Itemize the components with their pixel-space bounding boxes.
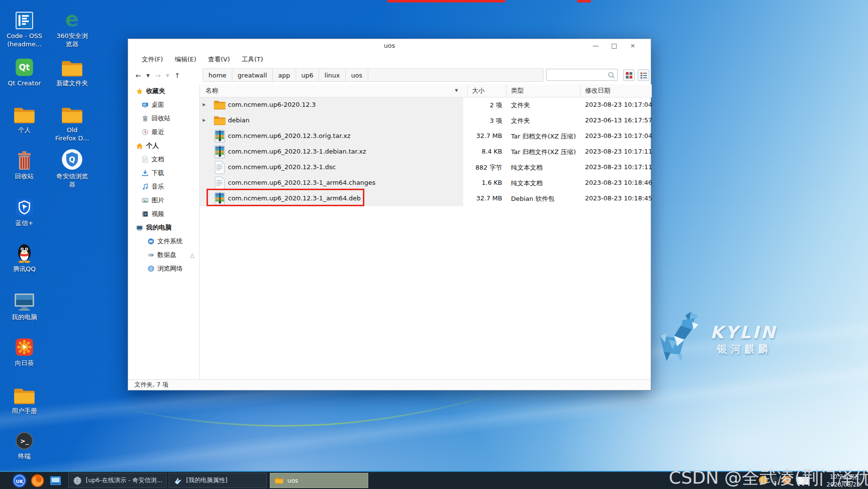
sidebar-item-桌面[interactable]: 桌面: [128, 98, 199, 112]
sidebar-group-label: 个人: [146, 141, 159, 150]
maximize-button[interactable]: □: [605, 39, 623, 52]
desktop-icon-蓝信+[interactable]: 蓝信+: [1, 195, 48, 227]
menu-文件F[interactable]: 文件(F): [136, 54, 169, 65]
file-row-com.ncmem.up6_2020.12.3-1.debian.tar.xz[interactable]: com.ncmem.up6_2020.12.3-1.debian.tar.xz8…: [200, 144, 652, 159]
desktop-icon-qt-creator[interactable]: QtQt Creator: [1, 55, 48, 87]
file-size: 1.6 KB: [414, 179, 502, 186]
clock[interactable]: 10:24 周三 2023/08/23: [821, 473, 860, 489]
picmini-icon: [142, 197, 149, 204]
sidebar-item-音乐[interactable]: 音乐: [128, 180, 199, 194]
sidebar-item-label: 数据盘: [157, 251, 176, 259]
sidebar-item-下载[interactable]: 下载: [128, 166, 199, 180]
task-button-label: uos: [287, 477, 298, 484]
breadcrumb-segment-app[interactable]: app: [273, 69, 296, 81]
eject-icon[interactable]: △: [190, 252, 194, 258]
desktop-icon-old[interactable]: OldFirefox D...: [49, 102, 95, 142]
forward-history-button[interactable]: ▼: [164, 70, 171, 81]
task-button-[up6-在线演示 - 奇安信浏...[interactable]: [up6-在线演示 - 奇安信浏...: [68, 473, 167, 488]
computer-icon: [13, 292, 36, 312]
sidebar-item-文档[interactable]: 文档: [128, 153, 199, 166]
desktop-icon-360安全浏[interactable]: e360安全浏览器: [49, 8, 95, 48]
desktop-icon-我的电脑[interactable]: 我的电脑: [1, 289, 48, 321]
desktop-icon-label: 新建文件夹: [49, 79, 95, 87]
file-row-com.ncmem.up6_2020.12.3.orig.tar.xz[interactable]: com.ncmem.up6_2020.12.3.orig.tar.xz32.7 …: [200, 128, 652, 144]
expand-arrow-icon[interactable]: ▶: [203, 102, 206, 107]
sidebar-item-回收站[interactable]: 回收站: [128, 112, 199, 125]
back-history-button[interactable]: ▼: [145, 70, 151, 81]
breadcrumb-segment-home[interactable]: home: [203, 69, 232, 81]
desktop-icon-终端[interactable]: >_终端: [1, 428, 48, 460]
qq-icon: [15, 242, 34, 263]
desktop-icon-用户手册[interactable]: 用户手册: [1, 383, 48, 415]
window-titlebar[interactable]: uos — □ ×: [128, 39, 651, 52]
breadcrumb-segment-linux[interactable]: linux: [319, 69, 345, 81]
menu-编辑E[interactable]: 编辑(E): [169, 54, 202, 65]
list-view-icon: [640, 72, 647, 79]
sidebar-item-label: 下载: [151, 169, 164, 177]
sidebar-item-浏览网络[interactable]: 浏览网络: [128, 262, 199, 275]
kylin-logo-subtext: 银河麒麟: [717, 342, 772, 356]
breadcrumb-segment-uos[interactable]: uos: [346, 69, 368, 81]
svg-text:>_: >_: [20, 437, 29, 445]
search-input[interactable]: [548, 70, 608, 80]
column-header-type[interactable]: 类型: [506, 84, 524, 97]
list-view-button[interactable]: [638, 69, 649, 81]
close-button[interactable]: ×: [623, 39, 642, 52]
taskbar: UK [up6-在线演示 - 奇安信浏...[我的电脑属性]uos 10:24 …: [0, 471, 868, 489]
desktop-icon-回收站[interactable]: 回收站: [1, 148, 48, 180]
sidebar-group-我的电脑[interactable]: 我的电脑: [128, 221, 199, 235]
breadcrumb-segment-greatwall[interactable]: greatwall: [232, 69, 273, 81]
desktop-icon-向日葵[interactable]: 向日葵: [1, 335, 48, 367]
security-tray-icon[interactable]: [782, 476, 791, 485]
menu-工具T[interactable]: 工具(T): [236, 54, 269, 65]
folderfile-icon: [213, 99, 226, 110]
file-date: 2023-08-23 10:17:11: [585, 148, 652, 155]
file-date: 2023-08-23 10:18:46: [585, 179, 652, 186]
sidebar-item-视频[interactable]: 视频: [128, 207, 199, 221]
desktop-icon-code-oss[interactable]: Code - OSS(headme...: [1, 8, 48, 48]
desktop-icon-新建文件夹[interactable]: 新建文件夹: [49, 55, 95, 87]
task-button-[我的电脑属性][interactable]: [我的电脑属性]: [169, 473, 267, 488]
file-size: 882 字节: [414, 163, 502, 172]
desktop-icon-腾讯qq[interactable]: 腾讯QQ: [1, 241, 48, 273]
globe-icon: [73, 476, 82, 485]
breadcrumb-segment-up6[interactable]: up6: [296, 69, 320, 81]
task-button-label: [我的电脑属性]: [186, 476, 227, 485]
svg-text:UK: UK: [16, 479, 23, 484]
desktop-icon-奇安信浏览[interactable]: Q奇安信浏览器: [49, 148, 95, 189]
column-header-size[interactable]: 大小: [467, 84, 485, 97]
sidebar-group-收藏夹[interactable]: 收藏夹: [128, 84, 199, 98]
column-header-date[interactable]: 修改日期: [580, 84, 610, 97]
desktop-icon-个人[interactable]: 个人: [1, 102, 48, 134]
sidebar-item-文件系统[interactable]: 文件系统: [128, 235, 199, 248]
minimize-button[interactable]: —: [586, 39, 605, 52]
icon-view-button[interactable]: [623, 69, 635, 81]
up-button[interactable]: ↑: [172, 70, 183, 81]
task-button-uos[interactable]: uos: [270, 473, 368, 488]
file-name: com.ncmem.up6_2020.12.3.orig.tar.xz: [228, 132, 350, 139]
sunflower-tray-icon[interactable]: [759, 476, 768, 485]
column-header-name[interactable]: 名称: [206, 84, 218, 97]
show-desktop-button[interactable]: [861, 473, 866, 488]
launcher-fm[interactable]: [48, 473, 63, 488]
input-method-indicator[interactable]: [797, 477, 810, 485]
launcher-ukui[interactable]: UK: [12, 473, 27, 488]
sidebar-item-图片[interactable]: 图片: [128, 194, 199, 207]
file-row-com.ncmem.up6-2020.12.3[interactable]: ▶com.ncmem.up6-2020.12.32 项文件夹2023-08-23…: [200, 97, 652, 113]
expand-arrow-icon[interactable]: ▶: [203, 118, 206, 122]
sidebar-group-个人[interactable]: 个人: [128, 139, 199, 153]
trashmini-icon: [142, 115, 149, 122]
desktop: Code - OSS(headme...QtQt Creator个人回收站蓝信+…: [0, 0, 868, 489]
sidebar-item-数据盘[interactable]: 数据盘△: [128, 248, 199, 262]
file-row-com.ncmem.up6_2020.12.3-1.dsc[interactable]: com.ncmem.up6_2020.12.3-1.dsc882 字节纯文本文档…: [200, 159, 652, 175]
qq-tray-icon[interactable]: [771, 476, 779, 485]
sidebar-item-最近[interactable]: 最近: [128, 125, 199, 139]
clock-time: 10:24 周三: [821, 473, 860, 481]
forward-button[interactable]: →: [152, 70, 163, 81]
menu-查看V[interactable]: 查看(V): [202, 54, 236, 65]
sidebar-item-label: 浏览网络: [157, 264, 183, 273]
desktop-icon-label: 向日葵: [1, 359, 48, 367]
back-button[interactable]: ←: [133, 70, 144, 81]
launcher-firefox[interactable]: [30, 473, 45, 488]
file-row-debian[interactable]: ▶debian3 项文件夹2023-06-13 16:17:57: [200, 113, 652, 128]
